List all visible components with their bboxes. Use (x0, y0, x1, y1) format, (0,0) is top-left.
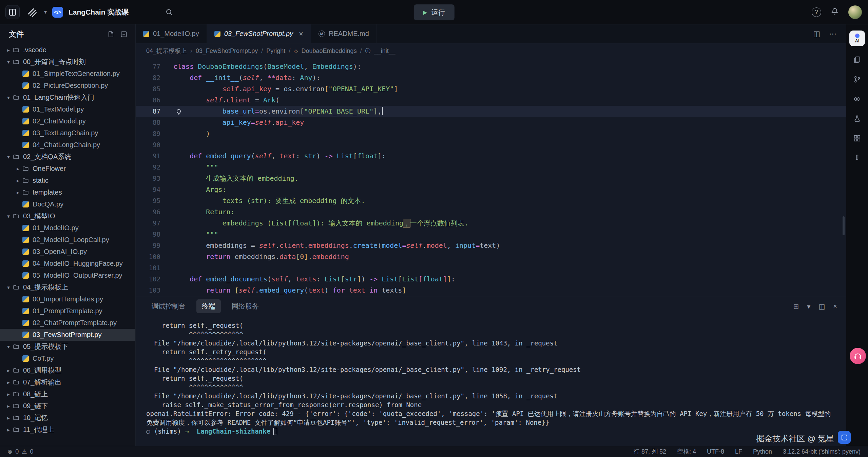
code-line[interactable]: 100 return embeddings.data[0].embedding (136, 251, 846, 262)
chevron-right-icon[interactable]: ▸ (4, 391, 13, 397)
tree-folder[interactable]: ▸09_链下 (0, 400, 135, 412)
code-line[interactable]: 82 def __init__(self, **data: Any): (136, 72, 846, 83)
statusbar-item[interactable]: Python (753, 448, 772, 455)
code-line[interactable]: 101 (136, 262, 846, 274)
code-line[interactable]: 98 """ (136, 229, 846, 240)
avatar[interactable] (848, 5, 862, 19)
extensions-icon[interactable] (850, 132, 864, 144)
code-line[interactable]: 94 Args: (136, 184, 846, 195)
support-bubble[interactable] (850, 348, 866, 364)
tree-file[interactable]: 01_ModelIO.py (0, 222, 135, 234)
editor-scrollbar[interactable] (843, 216, 845, 235)
tab-close-icon[interactable]: × (299, 29, 303, 38)
tree-folder[interactable]: ▾05_提示模板下 (0, 341, 135, 353)
tree-file[interactable]: DocQA.py (0, 198, 135, 210)
collapse-explorer-icon[interactable] (120, 31, 127, 38)
tree-folder[interactable]: ▾00_开篇词_奇点时刻 (0, 56, 135, 68)
test-tube-icon[interactable] (850, 152, 864, 164)
breadcrumb-item[interactable]: 03_FewShotPrompt.py (196, 47, 258, 55)
tree-folder[interactable]: ▸06_调用模型 (0, 364, 135, 376)
chevron-right-icon[interactable]: ▸ (14, 190, 22, 196)
new-file-icon[interactable] (108, 31, 114, 38)
workspace-switcher-chevron-icon[interactable]: ▾ (44, 9, 47, 15)
code-line[interactable]: 96 Return: (136, 206, 846, 218)
close-panel-icon[interactable]: × (833, 302, 837, 310)
documents-icon[interactable] (850, 54, 864, 66)
chevron-down-icon[interactable]: ▾ (4, 59, 13, 65)
tree-file[interactable]: 01_SimpleTextGeneration.py (0, 68, 135, 80)
workspace-logo-icon[interactable] (25, 5, 39, 19)
tree-folder[interactable]: ▸templates (0, 186, 135, 198)
code-line[interactable]: 85 self.api_key = os.environ["OPENAI_API… (136, 83, 846, 95)
code-line[interactable]: 102 def embed_documents(self, texts: Lis… (136, 274, 846, 285)
breadcrumb-item[interactable]: DoubaoEmbeddings (302, 47, 357, 55)
editor-tab[interactable]: MREADME.md (311, 24, 377, 43)
code-line[interactable]: 77class DoubaoEmbeddings(BaseModel, Embe… (136, 61, 846, 72)
code-line[interactable]: 89 ) (136, 128, 846, 139)
notifications-icon[interactable] (831, 7, 839, 17)
chevron-down-icon[interactable]: ▾ (4, 213, 13, 219)
problems-indicator[interactable]: ⊗ 0 ⚠ 0 (7, 448, 34, 455)
code-line[interactable]: 88 api_key=self.api_key (136, 117, 846, 128)
code-line[interactable]: 99 embeddings = self.client.embeddings.c… (136, 240, 846, 251)
tree-file[interactable]: 02_ChatModel.py (0, 115, 135, 127)
code-line[interactable]: 90 (136, 139, 846, 151)
tree-folder[interactable]: ▸08_链上 (0, 388, 135, 400)
code-line[interactable]: 93 生成输入文本的 embedding. (136, 173, 846, 184)
code-editor[interactable]: 77class DoubaoEmbeddings(BaseModel, Embe… (136, 58, 846, 297)
chevron-down-icon[interactable]: ▾ (4, 284, 13, 291)
tree-file[interactable]: 04_ChatLongChain.py (0, 139, 135, 151)
ai-assistant-icon[interactable]: AI (849, 31, 865, 46)
tree-file[interactable]: 02_ChatPromptTemplate.py (0, 317, 135, 329)
terminal-prompt[interactable]: ○ (shims) → LangChain-shizhanke (146, 427, 834, 436)
tree-file[interactable]: 00_ImportTemplates.py (0, 293, 135, 305)
code-line[interactable]: 92 """ (136, 162, 846, 173)
tree-file[interactable]: 02_ModelIO_LoopCall.py (0, 234, 135, 246)
tree-folder[interactable]: ▸10_记忆 (0, 412, 135, 424)
chevron-right-icon[interactable]: ▸ (4, 403, 13, 409)
chevron-right-icon[interactable]: ▸ (4, 415, 13, 421)
tree-file[interactable]: 04_ModelIO_HuggingFace.py (0, 258, 135, 270)
code-line[interactable]: 97 embeddings (List[float]): 输入文本的 embed… (136, 218, 846, 229)
terminal-output[interactable]: return self._request( ^^^^^^^^^^^^^^ Fil… (136, 316, 846, 436)
code-line[interactable]: 87 base_url=os.environ["OPENAI_BASE_URL"… (136, 106, 846, 117)
tree-folder[interactable]: ▸.vscode (0, 44, 135, 56)
tree-folder[interactable]: ▾04_提示模板上 (0, 281, 135, 293)
search-icon[interactable] (165, 8, 173, 16)
tree-folder[interactable]: ▾02_文档QA系统 (0, 151, 135, 163)
tree-file[interactable]: 03_OpenAI_IO.py (0, 246, 135, 258)
tree-folder[interactable]: ▸static (0, 175, 135, 186)
workspace-name[interactable]: LangChain 实战课 (69, 7, 129, 17)
chevron-right-icon[interactable]: ▸ (4, 47, 13, 53)
split-panel-icon[interactable]: ◫ (818, 302, 825, 311)
source-control-icon[interactable] (850, 73, 864, 85)
preview-icon[interactable] (850, 93, 864, 105)
help-icon[interactable]: ? (812, 7, 821, 17)
chevron-right-icon[interactable]: ▸ (4, 427, 13, 433)
more-actions-icon[interactable]: ⋯ (829, 29, 836, 38)
statusbar-item[interactable]: LF (735, 448, 742, 455)
terminal-chevron-icon[interactable]: ▾ (807, 302, 810, 311)
chevron-right-icon[interactable]: ▸ (14, 166, 22, 172)
panel-tab[interactable]: 网络服务 (226, 299, 264, 313)
tree-folder[interactable]: ▸11_代理上 (0, 424, 135, 436)
tree-file[interactable]: 03_TextLangChain.py (0, 127, 135, 139)
tree-file[interactable]: 02_PictureDescription.py (0, 80, 135, 92)
chevron-down-icon[interactable]: ▾ (4, 344, 13, 350)
chevron-down-icon[interactable]: ▾ (4, 95, 13, 101)
editor-tab[interactable]: 01_ModelIO.py (136, 24, 207, 43)
tree-folder[interactable]: ▸07_解析输出 (0, 376, 135, 388)
breadcrumb-item[interactable]: Pyright (266, 47, 285, 55)
tree-file[interactable]: 01_PromptTemplate.py (0, 305, 135, 317)
tree-folder[interactable]: ▾01_LangChain快速入门 (0, 92, 135, 103)
statusbar-item[interactable]: 3.12.2 64-bit ('shims': pyenv) (783, 448, 861, 455)
tree-folder[interactable]: ▾03_模型IO (0, 210, 135, 222)
code-line[interactable]: 91 def embed_query(self, text: str) -> L… (136, 151, 846, 162)
breadcrumb-item[interactable]: 04_提示模板上 (146, 47, 187, 55)
app-logo-icon[interactable] (5, 5, 20, 19)
chevron-down-icon[interactable]: ▾ (4, 154, 13, 160)
editor-tab[interactable]: 03_FewShotPrompt.py× (207, 24, 311, 43)
lab-flask-icon[interactable] (850, 113, 864, 125)
tree-file[interactable]: CoT.py (0, 353, 135, 364)
panel-widget-icon[interactable] (838, 431, 851, 444)
